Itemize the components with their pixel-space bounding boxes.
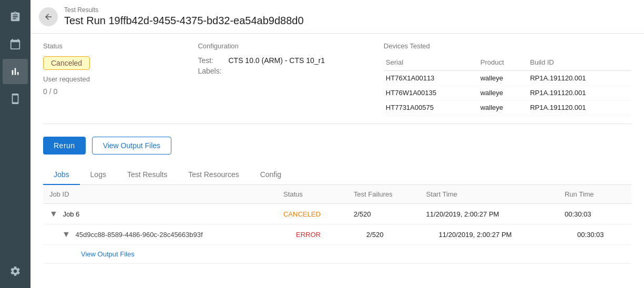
calendar-icon[interactable] xyxy=(3,32,28,57)
sub-job-start-value: 11/20/2019, 2:00:27 PM xyxy=(439,231,512,239)
table-row: ▼ 45d9cc88-8589-4486-960c-28c45663b93f E… xyxy=(43,224,631,245)
table-row: View Output Files xyxy=(43,245,631,264)
sub-job-id-cell: ▼ 45d9cc88-8589-4486-960c-28c45663b93f xyxy=(43,224,277,245)
config-labels-row: Labels: xyxy=(198,67,383,75)
job-start-value: 11/20/2019, 2:00:27 PM xyxy=(426,210,499,218)
sub-job-id-value: 45d9cc88-8589-4486-960c-28c45663b93f xyxy=(75,231,202,239)
config-test-value: CTS 10.0 (ARM) - CTS 10_r1 xyxy=(228,56,325,65)
tab-jobs[interactable]: Jobs xyxy=(43,165,80,185)
job-failures-value: 2/520 xyxy=(354,210,371,218)
device-product: walleye xyxy=(478,86,528,100)
status-sub-label: User requested xyxy=(43,75,198,83)
jobs-col-failures: Test Failures xyxy=(347,185,420,204)
job-failures-cell: 2/520 xyxy=(347,204,420,224)
rerun-button[interactable]: Rerun xyxy=(43,137,86,155)
action-buttons: Rerun View Output Files xyxy=(43,137,631,155)
view-output-files-button[interactable]: View Output Files xyxy=(92,137,171,155)
tab-test-results[interactable]: Test Results xyxy=(117,165,178,185)
jobs-table: Job ID Status Test Failures Start Time R… xyxy=(43,185,631,264)
jobs-col-id: Job ID xyxy=(43,185,277,204)
page-title: Test Run 19ffb42d-9455-4375-bd32-ea54ab9… xyxy=(64,15,304,27)
device-build-id: RP1A.191120.001 xyxy=(528,86,631,100)
sub-job-status-cell: ERROR xyxy=(277,224,347,245)
sub-job-status-value: ERROR xyxy=(296,231,321,239)
view-output-cell: View Output Files xyxy=(43,245,631,264)
main-content: Test Results Test Run 19ffb42d-9455-4375… xyxy=(30,0,644,288)
job-status-cell: CANCELED xyxy=(277,204,347,224)
expand-sub-icon[interactable]: ▼ xyxy=(62,230,70,239)
config-test-label: Test: xyxy=(198,56,224,65)
tab-test-resources[interactable]: Test Resources xyxy=(178,165,249,185)
view-output-link[interactable]: View Output Files xyxy=(75,248,141,260)
tab-logs[interactable]: Logs xyxy=(80,165,117,185)
devices-section-title: Devices Tested xyxy=(384,42,631,50)
info-row: Status Canceled User requested 0 / 0 Con… xyxy=(43,42,631,124)
job-id-cell: ▼ Job 6 xyxy=(43,204,277,224)
device-serial: HT76X1A00113 xyxy=(384,71,478,86)
jobs-col-runtime: Run Time xyxy=(558,185,631,204)
configuration-section: Configuration Test: CTS 10.0 (ARM) - CTS… xyxy=(198,42,383,115)
job-runtime-value: 00:30:03 xyxy=(565,210,591,218)
job-start-cell: 11/20/2019, 2:00:27 PM xyxy=(420,204,558,224)
sub-job-start-cell: 11/20/2019, 2:00:27 PM xyxy=(420,224,558,245)
configuration-section-title: Configuration xyxy=(198,42,383,50)
table-row: HT76X1A00113 walleye RP1A.191120.001 xyxy=(384,71,631,86)
config-labels-label: Labels: xyxy=(198,67,224,75)
settings-icon[interactable] xyxy=(3,259,28,284)
device-build-id: RP1A.191120.001 xyxy=(528,71,631,86)
config-test-row: Test: CTS 10.0 (ARM) - CTS 10_r1 xyxy=(198,56,383,65)
breadcrumb: Test Results xyxy=(64,6,304,14)
status-section: Status Canceled User requested 0 / 0 xyxy=(43,42,198,115)
sub-job-runtime-value: 00:30:03 xyxy=(577,231,604,239)
content-area: Status Canceled User requested 0 / 0 Con… xyxy=(30,34,644,288)
clipboard-list-icon[interactable] xyxy=(3,4,28,29)
progress-text: 0 / 0 xyxy=(43,87,198,96)
jobs-col-start: Start Time xyxy=(420,185,558,204)
devices-col-product: Product xyxy=(478,56,528,71)
expand-icon[interactable]: ▼ xyxy=(49,209,58,219)
table-row: HT7731A00575 walleye RP1A.191120.001 xyxy=(384,100,631,115)
status-section-title: Status xyxy=(43,42,198,50)
devices-table: Serial Product Build ID HT76X1A00113 wal… xyxy=(384,56,631,115)
job-id-value: Job 6 xyxy=(63,210,79,218)
sub-job-failures-value: 2/520 xyxy=(366,231,384,239)
tab-config[interactable]: Config xyxy=(250,165,292,185)
jobs-col-status: Status xyxy=(277,185,347,204)
back-button[interactable] xyxy=(39,7,58,26)
sub-job-runtime-cell: 00:30:03 xyxy=(558,224,631,245)
devices-col-serial: Serial xyxy=(384,56,478,71)
devices-section: Devices Tested Serial Product Build ID H… xyxy=(384,42,631,115)
header-info: Test Results Test Run 19ffb42d-9455-4375… xyxy=(64,6,304,27)
device-build-id: RP1A.191120.001 xyxy=(528,100,631,115)
table-row: HT76W1A00135 walleye RP1A.191120.001 xyxy=(384,86,631,100)
phone-icon[interactable] xyxy=(3,86,28,111)
device-serial: HT76W1A00135 xyxy=(384,86,478,100)
sub-job-failures-cell: 2/520 xyxy=(347,224,420,245)
tabs: Jobs Logs Test Results Test Resources Co… xyxy=(43,165,631,185)
status-badge: Canceled xyxy=(43,56,90,70)
sidebar xyxy=(0,0,30,288)
devices-col-build: Build ID xyxy=(528,56,631,71)
table-row: ▼ Job 6 CANCELED 2/520 11/20/2019, 2:00:… xyxy=(43,204,631,224)
bar-chart-icon[interactable] xyxy=(3,59,28,84)
job-status-value: CANCELED xyxy=(283,210,321,218)
device-serial: HT7731A00575 xyxy=(384,100,478,115)
page-header: Test Results Test Run 19ffb42d-9455-4375… xyxy=(30,0,644,34)
job-runtime-cell: 00:30:03 xyxy=(558,204,631,224)
device-product: walleye xyxy=(478,71,528,86)
device-product: walleye xyxy=(478,100,528,115)
